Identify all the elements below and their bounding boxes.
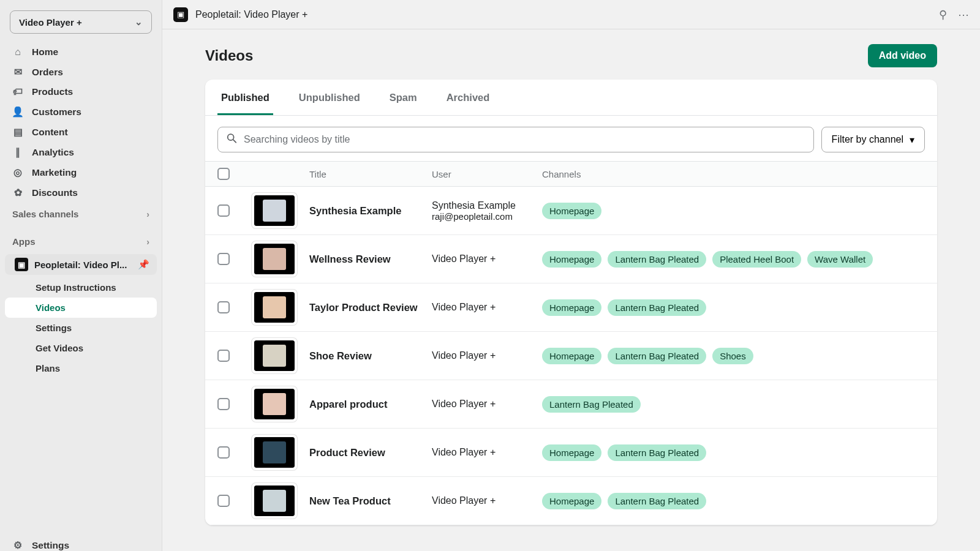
table-row[interactable]: Taylor Product ReviewVideo Player +Homep… [205,283,937,332]
video-thumbnail[interactable] [254,292,295,323]
channel-badge[interactable]: Homepage [542,251,601,268]
row-checkbox[interactable] [217,495,230,507]
tag-icon: 🏷 [12,86,23,97]
person-icon: 👤 [12,106,23,118]
row-checkbox[interactable] [217,253,230,265]
channel-badge[interactable]: Lantern Bag Pleated [542,396,641,413]
video-user: Synthesia Exampleraji@peopletail.com [432,200,542,222]
col-user: User [432,169,542,179]
sidebar-item-products[interactable]: 🏷Products [0,82,162,102]
pin-icon[interactable]: 📌 [138,259,149,270]
sidebar-item-settings[interactable]: ⚙Settings [0,535,162,551]
store-selector[interactable]: Video Player + ⌄ [10,10,152,34]
search-icon [226,133,237,147]
row-checkbox[interactable] [217,398,230,410]
video-title: Wellness Review [309,253,432,265]
row-checkbox[interactable] [217,301,230,313]
search-wrap [217,127,814,152]
channel-badge[interactable]: Pleated Heel Boot [712,251,801,268]
more-icon[interactable]: ⋯ [958,8,969,21]
channel-badge[interactable]: Homepage [542,444,601,461]
tab-archived[interactable]: Archived [443,80,494,115]
sidebar-item-orders[interactable]: ✉Orders [0,62,162,82]
content-icon: ▤ [12,126,23,138]
col-channels: Channels [542,169,925,179]
channel-badge[interactable]: Wave Wallet [807,251,873,268]
sidebar-item-discounts[interactable]: ✿Discounts [0,182,162,203]
filter-label: Filter by channel [832,134,903,145]
search-input[interactable] [217,127,814,152]
channel-badge[interactable]: Lantern Bag Pleated [608,444,706,461]
subnav-setup[interactable]: Setup Instructions [5,277,157,298]
video-thumbnail[interactable] [254,340,295,371]
analytics-icon: ∥ [12,146,23,158]
video-title: Product Review [309,447,432,459]
subnav-settings[interactable]: Settings [5,318,157,338]
channel-badge[interactable]: Lantern Bag Pleated [608,348,706,364]
select-all-checkbox[interactable] [217,168,230,180]
video-title: New Tea Product [309,495,432,507]
channel-badge[interactable]: Homepage [542,493,601,509]
video-user: Video Player + [432,302,542,313]
channel-badges: HomepageLantern Bag Pleated [542,493,925,509]
add-video-button[interactable]: Add video [868,44,937,67]
apps-header[interactable]: Apps › [0,225,162,253]
channel-badge[interactable]: Lantern Bag Pleated [608,251,706,268]
channel-badge[interactable]: Homepage [542,299,601,316]
caret-down-icon: ▾ [910,134,914,146]
channel-badges: HomepageLantern Bag PleatedPleated Heel … [542,251,925,268]
filter-channel-button[interactable]: Filter by channel ▾ [821,127,925,152]
channel-badge[interactable]: Homepage [542,348,601,364]
channel-badge[interactable]: Lantern Bag Pleated [608,493,706,509]
app-name: Peopletail: Video Pl... [34,260,127,270]
sidebar-item-home[interactable]: ⌂Home [0,42,162,62]
table-row[interactable]: Synthesia ExampleSynthesia Exampleraji@p… [205,187,937,235]
home-icon: ⌂ [12,47,23,58]
video-title: Taylor Product Review [309,302,432,313]
sidebar: Video Player + ⌄ ⌂Home ✉Orders 🏷Products… [0,0,162,551]
tab-published[interactable]: Published [217,80,273,115]
sidebar-item-customers[interactable]: 👤Customers [0,102,162,122]
video-thumbnail[interactable] [254,389,295,419]
subnav-getvideos[interactable]: Get Videos [5,338,157,358]
chevron-down-icon: ⌄ [135,17,143,28]
tab-spam[interactable]: Spam [386,80,421,115]
video-thumbnail[interactable] [254,437,295,468]
topbar-title: Peopletail: Video Player + [195,9,307,20]
video-title: Shoe Review [309,350,432,362]
tabs: Published Unpublished Spam Archived [205,80,937,116]
sidebar-item-analytics[interactable]: ∥Analytics [0,142,162,162]
content: Videos Add video Published Unpublished S… [162,29,980,551]
video-thumbnail[interactable] [254,195,295,226]
row-checkbox[interactable] [217,350,230,362]
sidebar-item-marketing[interactable]: ◎Marketing [0,162,162,182]
sidebar-bottom: ⚙Settings [0,529,162,551]
main: ▣ Peopletail: Video Player + ⚲ ⋯ Videos … [162,0,980,551]
tab-unpublished[interactable]: Unpublished [295,80,364,115]
channel-badge[interactable]: Homepage [542,203,601,219]
table-row[interactable]: New Tea ProductVideo Player +HomepageLan… [205,477,937,525]
pin-icon[interactable]: ⚲ [939,8,947,21]
app-subnav: Setup Instructions Videos Settings Get V… [0,276,162,378]
row-checkbox[interactable] [217,446,230,459]
table-row[interactable]: Shoe ReviewVideo Player +HomepageLantern… [205,332,937,380]
video-title: Synthesia Example [309,205,432,217]
sidebar-item-content[interactable]: ▤Content [0,122,162,142]
gear-icon: ⚙ [12,539,23,551]
table-row[interactable]: Apparel productVideo Player +Lantern Bag… [205,380,937,429]
channel-badge[interactable]: Shoes [712,348,753,364]
app-item-peopletail[interactable]: ▣ Peopletail: Video Pl... 📌 [5,254,157,275]
channel-badge[interactable]: Lantern Bag Pleated [608,299,706,316]
app-logo-icon: ▣ [15,258,28,271]
row-checkbox[interactable] [217,204,230,217]
chevron-right-icon: › [146,209,149,219]
video-thumbnail[interactable] [254,244,295,274]
table-row[interactable]: Wellness ReviewVideo Player +HomepageLan… [205,235,937,283]
col-title: Title [309,169,432,179]
video-thumbnail[interactable] [254,485,295,516]
table-row[interactable]: Product ReviewVideo Player +HomepageLant… [205,429,937,477]
subnav-plans[interactable]: Plans [5,358,157,378]
video-title: Apparel product [309,399,432,410]
sales-channels-header[interactable]: Sales channels › [0,203,162,225]
subnav-videos[interactable]: Videos [5,298,157,318]
